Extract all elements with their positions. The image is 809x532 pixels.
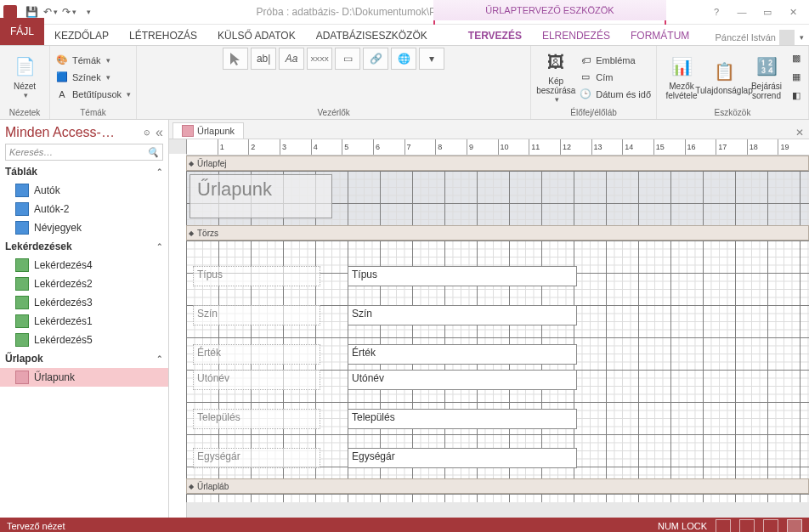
fonts-button[interactable]: ABetűtípusok▾ bbox=[55, 86, 131, 103]
nav-item[interactable]: Lekérdezés1 bbox=[0, 312, 168, 331]
search-placeholder: Keresés… bbox=[9, 147, 147, 157]
field-textbox[interactable]: Utónév bbox=[348, 370, 577, 390]
tab-format[interactable]: FORMÁTUM bbox=[620, 26, 699, 45]
section-detail-bar[interactable]: Törzs bbox=[186, 225, 809, 241]
control-webbrowser[interactable]: 🌐 bbox=[391, 48, 416, 70]
control-more[interactable]: ▾ bbox=[419, 48, 444, 70]
form-title-label[interactable]: Űrlapunk bbox=[190, 174, 332, 218]
close-icon[interactable]: ✕ bbox=[780, 3, 806, 21]
account-area[interactable]: Pánczél István ▾ bbox=[715, 30, 804, 45]
tool-extra-3[interactable]: ◧ bbox=[789, 88, 803, 105]
field-label[interactable]: Érték bbox=[193, 344, 320, 365]
field-label[interactable]: Település bbox=[193, 409, 320, 429]
section-header-bar[interactable]: Űrlapfej bbox=[186, 156, 809, 171]
view-design-icon[interactable] bbox=[787, 519, 802, 532]
horizontal-ruler: 12345678910111213141516171819 bbox=[186, 139, 809, 156]
tool-extra-2[interactable]: ▦ bbox=[789, 69, 803, 86]
themes-button[interactable]: 🎨Témák▾ bbox=[55, 52, 131, 69]
ribbon-tabstrip: FÁJL KEZDŐLAP LÉTREHOZÁS KÜLSŐ ADATOK AD… bbox=[0, 25, 809, 46]
tab-dbtools[interactable]: ADATBÁZISESZKÖZÖK bbox=[306, 26, 438, 45]
nav-group-queries[interactable]: Lekérdezések⌃ bbox=[0, 237, 168, 256]
form-detail-section[interactable]: TípusTípusSzínSzínÉrtékÉrtékUtónévUtónév… bbox=[186, 241, 809, 478]
control-tab[interactable]: ▭ bbox=[335, 48, 360, 70]
qat-redo-icon[interactable]: ↷▾ bbox=[59, 3, 78, 21]
tab-design[interactable]: TERVEZÉS bbox=[458, 26, 532, 45]
control-label[interactable]: Aa bbox=[279, 48, 304, 70]
field-label[interactable]: Utónév bbox=[193, 370, 320, 390]
form-footer-section[interactable] bbox=[186, 494, 809, 502]
control-select[interactable] bbox=[223, 48, 248, 70]
restore-icon[interactable]: ▭ bbox=[755, 3, 780, 21]
view-layout-icon[interactable] bbox=[763, 519, 778, 532]
property-sheet-button[interactable]: 📋Tulajdonságlap bbox=[704, 49, 744, 105]
tab-external[interactable]: KÜLSŐ ADATOK bbox=[207, 26, 306, 45]
nav-item[interactable]: Űrlapunk bbox=[0, 368, 168, 387]
view-button[interactable]: 📄 Nézet ▾ bbox=[5, 49, 44, 105]
minimize-icon[interactable]: — bbox=[729, 3, 755, 21]
add-fields-button[interactable]: 📊Mezők felvétele bbox=[662, 49, 701, 105]
nav-item[interactable]: Autók-2 bbox=[0, 200, 168, 218]
object-icon bbox=[15, 221, 29, 235]
title-button[interactable]: ▭Cím bbox=[579, 69, 651, 86]
nav-group-tables[interactable]: Táblák⌃ bbox=[0, 162, 168, 181]
fonts-icon: A bbox=[55, 88, 69, 101]
document-tab-label: Űrlapunk bbox=[197, 126, 235, 136]
chevron-down-icon: ⊙ bbox=[144, 128, 150, 137]
control-hyperlink[interactable]: 🔗 bbox=[363, 48, 388, 70]
colors-button[interactable]: 🟦Színek▾ bbox=[55, 69, 131, 86]
field-label[interactable]: Szín bbox=[193, 305, 320, 325]
field-textbox[interactable]: Szín bbox=[348, 305, 577, 325]
nav-title-row[interactable]: Minden Access-… ⊙ « bbox=[0, 120, 168, 142]
nav-item[interactable]: Lekérdezés3 bbox=[0, 293, 168, 312]
datetime-button[interactable]: 🕒Dátum és idő bbox=[579, 86, 651, 103]
object-icon bbox=[15, 333, 29, 347]
colors-icon: 🟦 bbox=[55, 71, 69, 84]
nav-item[interactable]: Névjegyek bbox=[0, 218, 168, 237]
nav-item-label: Lekérdezés4 bbox=[34, 259, 93, 271]
tab-create[interactable]: LÉTREHOZÁS bbox=[119, 26, 207, 45]
tab-home[interactable]: KEZDŐLAP bbox=[44, 26, 119, 45]
section-footer-bar[interactable]: Űrlapláb bbox=[186, 478, 809, 494]
document-tab[interactable]: Űrlapunk bbox=[173, 122, 244, 139]
search-input[interactable]: Keresés… 🔍 bbox=[5, 144, 163, 161]
view-datasheet-icon[interactable] bbox=[739, 519, 755, 532]
document-area: Űrlapunk ✕ 12345678910111213141516171819… bbox=[169, 120, 809, 518]
control-button[interactable]: XXXX bbox=[307, 48, 332, 70]
tool-icon: ◧ bbox=[789, 89, 803, 103]
field-textbox[interactable]: Település bbox=[348, 409, 577, 429]
group-controls: ab| Aa XXXX ▭ 🔗 🌐 ▾ Vezérlők bbox=[137, 46, 531, 119]
view-form-icon[interactable] bbox=[716, 519, 731, 532]
help-icon[interactable]: ? bbox=[704, 3, 729, 21]
group-tools: 📊Mezők felvétele 📋Tulajdonságlap 🔢Bejárá… bbox=[657, 46, 809, 119]
logo-icon: 🏷 bbox=[579, 54, 592, 67]
insert-image-button[interactable]: 🖼 Kép beszúrása▾ bbox=[536, 49, 575, 105]
logo-button[interactable]: 🏷Embléma bbox=[579, 52, 651, 69]
nav-item[interactable]: Autók bbox=[0, 181, 168, 200]
avatar bbox=[779, 30, 795, 45]
field-label[interactable]: Egységár bbox=[193, 448, 320, 468]
tool-icon: ▩ bbox=[789, 52, 803, 65]
chevron-up-icon: ⌃ bbox=[156, 354, 163, 363]
nav-item-label: Lekérdezés3 bbox=[34, 297, 93, 308]
field-label[interactable]: Típus bbox=[193, 266, 320, 286]
field-textbox[interactable]: Érték bbox=[348, 344, 577, 365]
chevron-up-icon: ⌃ bbox=[156, 242, 163, 251]
control-textbox[interactable]: ab| bbox=[251, 48, 276, 70]
object-icon bbox=[15, 296, 29, 309]
nav-item[interactable]: Lekérdezés4 bbox=[0, 256, 168, 274]
nav-item[interactable]: Lekérdezés2 bbox=[0, 274, 168, 293]
tab-order-button[interactable]: 🔢Bejárási sorrend bbox=[747, 49, 786, 105]
nav-item-label: Autók bbox=[34, 184, 60, 196]
tab-arrange[interactable]: ELRENDEZÉS bbox=[532, 26, 620, 45]
group-themes: 🎨Témák▾ 🟦Színek▾ ABetűtípusok▾ Témák bbox=[50, 46, 137, 119]
field-textbox[interactable]: Egységár bbox=[348, 448, 577, 468]
form-header-section[interactable]: Űrlapunk bbox=[186, 171, 809, 225]
qat-customize-icon[interactable]: ▾ bbox=[78, 3, 97, 21]
field-textbox[interactable]: Típus bbox=[348, 266, 577, 286]
nav-item[interactable]: Lekérdezés5 bbox=[0, 331, 168, 349]
nav-collapse-icon[interactable]: « bbox=[156, 125, 163, 140]
tool-extra-1[interactable]: ▩ bbox=[789, 50, 803, 67]
nav-group-forms[interactable]: Űrlapok⌃ bbox=[0, 349, 168, 368]
document-close-icon[interactable]: ✕ bbox=[795, 127, 804, 139]
tab-file[interactable]: FÁJL bbox=[0, 18, 44, 45]
